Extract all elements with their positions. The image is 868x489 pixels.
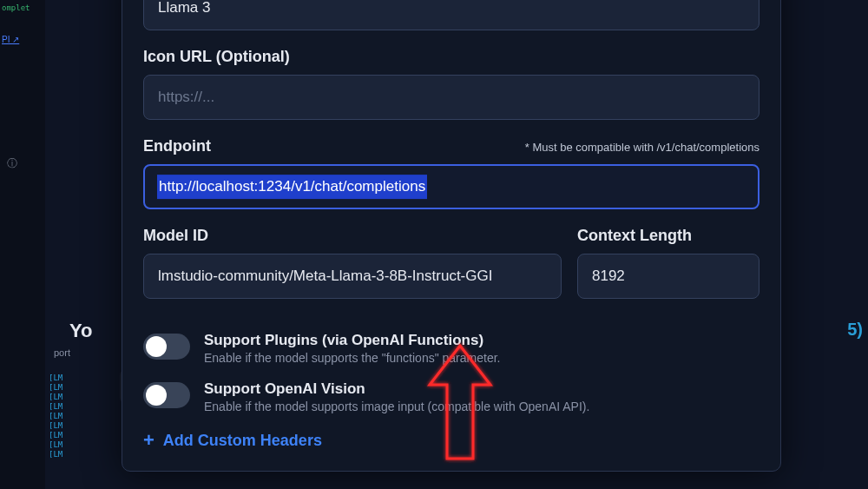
add-custom-headers-label: Add Custom Headers	[163, 432, 322, 450]
support-plugins-subtitle: Enable if the model supports the "functi…	[204, 351, 500, 365]
icon-url-label: Icon URL (Optional)	[143, 48, 760, 66]
model-id-input[interactable]	[143, 254, 562, 299]
api-link[interactable]: PI ↗	[2, 35, 19, 44]
icon-url-input[interactable]	[143, 75, 760, 120]
model-id-field-group: Model ID	[143, 227, 562, 299]
endpoint-hint: * Must be compatible with /v1/chat/compl…	[525, 141, 760, 154]
log-line: [LM	[49, 412, 62, 421]
window: omplet PI ↗ ⓘ Yo port [LM [LM [LM [LM [L…	[0, 0, 868, 489]
support-plugins-title: Support Plugins (via OpenAI Functions)	[204, 332, 500, 349]
support-vision-toggle[interactable]	[143, 382, 190, 408]
log-line: [LM	[49, 450, 62, 459]
add-custom-headers-button[interactable]: + Add Custom Headers	[143, 431, 760, 450]
endpoint-field-group: Endpoint * Must be compatible with /v1/c…	[143, 137, 760, 209]
context-length-field-group: Context Length	[577, 227, 760, 299]
name-input[interactable]	[143, 0, 760, 30]
name-field-group	[143, 0, 760, 30]
support-vision-title: Support OpenAI Vision	[204, 380, 589, 398]
right-number-fragment: 5)	[847, 320, 863, 340]
endpoint-label: Endpoint	[143, 137, 211, 155]
log-line: [LM	[49, 402, 62, 412]
context-length-label: Context Length	[577, 227, 760, 245]
page-heading-fragment: Yo	[69, 320, 92, 342]
model-row: Model ID Context Length	[143, 227, 760, 316]
log-line: [LM	[49, 440, 62, 450]
context-length-input[interactable]	[577, 254, 760, 299]
log-line: [LM	[49, 431, 62, 440]
log-lines: [LM [LM [LM [LM [LM [LM [LM [LM [LM	[49, 373, 62, 459]
info-icon[interactable]: ⓘ	[7, 156, 17, 171]
plus-icon: +	[143, 431, 155, 450]
log-line: [LM	[49, 393, 62, 402]
support-vision-row: Support OpenAI Vision Enable if the mode…	[143, 380, 760, 413]
support-plugins-toggle[interactable]	[143, 334, 190, 360]
support-vision-subtitle: Enable if the model supports image input…	[204, 400, 589, 413]
gutter-text: omplet	[2, 3, 30, 12]
left-gutter: omplet PI ↗ ⓘ	[0, 0, 45, 489]
support-plugins-row: Support Plugins (via OpenAI Functions) E…	[143, 332, 760, 365]
log-line: [LM	[49, 383, 62, 393]
model-config-panel: Icon URL (Optional) Endpoint * Must be c…	[122, 0, 781, 472]
icon-url-field-group: Icon URL (Optional)	[143, 48, 760, 120]
port-label: port	[54, 347, 70, 358]
log-line: [LM	[49, 373, 62, 383]
model-id-label: Model ID	[143, 227, 562, 245]
log-line: [LM	[49, 421, 62, 431]
endpoint-input[interactable]	[143, 164, 760, 209]
